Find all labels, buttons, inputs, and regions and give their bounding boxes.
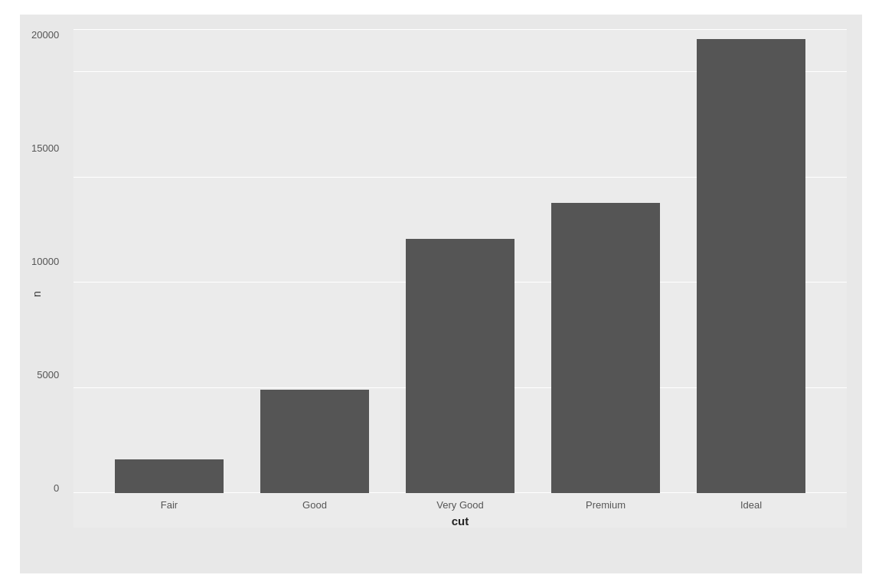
plot-area: 20000 15000 10000 5000 0: [74, 30, 847, 528]
bar-premium: [551, 203, 661, 493]
x-tick-fair: Fair: [96, 499, 242, 511]
x-axis: Fair Good Very Good Premium Ideal: [74, 493, 847, 511]
x-tick-premium: Premium: [533, 499, 678, 511]
y-tick-10000: 10000: [31, 256, 59, 266]
bar-good: [260, 390, 370, 493]
x-tick-good: Good: [242, 499, 387, 511]
x-tick-verygood: Very Good: [387, 499, 533, 511]
y-tick-20000: 20000: [31, 30, 59, 40]
bar-fair: [115, 459, 224, 493]
x-axis-title: cut: [74, 514, 847, 528]
y-axis-title: n: [31, 291, 43, 297]
y-tick-5000: 5000: [37, 370, 59, 380]
x-tick-ideal: Ideal: [678, 499, 824, 511]
bar-group-fair: [96, 30, 242, 493]
y-axis: 20000 15000 10000 5000 0: [31, 30, 59, 493]
bar-group-premium: [533, 30, 678, 493]
grid-and-bars: 20000 15000 10000 5000 0: [74, 30, 847, 493]
chart-container: n 20000 15000 10000 5000 0: [20, 15, 862, 573]
bar-verygood: [406, 239, 515, 493]
bars-area: [74, 30, 847, 493]
bar-ideal: [697, 39, 806, 493]
bar-group-good: [242, 30, 387, 493]
y-tick-0: 0: [54, 483, 59, 493]
y-tick-15000: 15000: [31, 143, 59, 153]
bar-group-verygood: [387, 30, 533, 493]
bar-group-ideal: [678, 30, 824, 493]
